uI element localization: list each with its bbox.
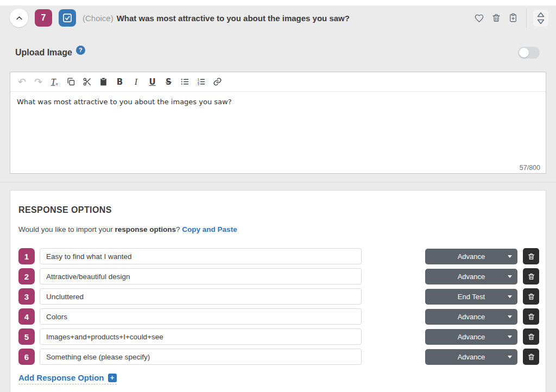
option-number-badge: 1 [18,248,35,264]
response-option-row: 6 Advance [18,349,539,365]
option-text-input[interactable] [40,349,362,365]
cut-button[interactable] [80,74,94,89]
option-text-input[interactable] [40,328,362,345]
option-logic-dropdown[interactable]: Advance [425,269,517,284]
question-type-label: (Choice) [83,14,113,23]
upload-image-row: Upload Image ? [0,42,556,63]
delete-option-button[interactable] [523,268,539,284]
chevron-down-icon [508,295,512,298]
option-logic-value: Advance [458,313,485,321]
strikethrough-button[interactable]: S [161,74,176,89]
clear-formatting-icon: Tₓ [51,77,58,87]
paste-button[interactable] [96,74,111,89]
undo-button[interactable]: ↶ [15,74,29,89]
import-prompt-text: Would you like to import your [18,225,115,233]
redo-button[interactable]: ↷ [31,74,46,89]
svg-text:3: 3 [197,83,199,86]
clipboard-plus-icon [508,13,518,23]
response-option-row: 5 Advance [18,328,539,345]
option-number-badge: 5 [18,328,35,345]
question-number-badge: 7 [35,9,52,27]
strikethrough-icon: S [166,77,172,87]
option-logic-dropdown[interactable]: Advance [425,349,517,365]
trash-icon [527,252,535,261]
bold-button[interactable]: B [112,74,127,89]
add-response-option-link[interactable]: Add Response Option + [18,373,117,384]
numbered-list-button[interactable]: 123 [194,74,208,89]
chevron-up-icon [15,14,23,22]
underline-button[interactable]: U [145,74,160,89]
upload-image-toggle[interactable] [518,47,540,59]
response-options-list: 1 Advance 2 Advance [18,248,539,365]
option-logic-dropdown[interactable]: Advance [425,329,517,345]
option-actions: Advance [425,328,539,345]
underline-icon: U [149,77,155,87]
option-logic-dropdown[interactable]: Advance [425,249,517,264]
import-prompt-bold: response options [115,225,176,233]
response-options-title: RESPONSE OPTIONS [18,205,539,215]
link-button[interactable] [210,74,225,89]
question-actions [472,8,548,28]
question-title: What was most attractive to you about th… [117,14,350,23]
trash-icon [527,273,535,281]
undo-icon: ↶ [18,76,26,87]
question-text-input[interactable]: What was most attractive to you about th… [17,97,539,107]
copy-and-paste-link[interactable]: Copy and Paste [182,225,237,233]
add-response-option-label: Add Response Option [18,373,104,382]
reorder-question-control [533,10,548,27]
italic-button[interactable]: I [129,74,143,89]
option-logic-dropdown[interactable]: End Test [425,289,517,305]
duplicate-question-button[interactable] [507,11,520,24]
trash-icon [527,293,535,301]
editor-toolbar: ↶↷TₓBIUS123 [10,72,546,92]
move-question-up-button[interactable] [537,12,545,17]
character-count: 57/800 [520,164,540,172]
option-number-badge: 4 [18,308,35,325]
checkbox-icon [62,12,73,23]
option-number-badge: 6 [18,349,35,365]
option-logic-value: Advance [458,273,485,281]
option-logic-value: Advance [458,333,485,341]
add-response-option-row: Add Response Option + [18,373,539,384]
option-text-input[interactable] [40,248,362,264]
option-text-input[interactable] [40,308,362,325]
trash-icon [527,333,535,341]
option-text-input[interactable] [40,268,362,284]
numbered-list-icon: 123 [197,77,206,86]
copy-button[interactable] [64,74,78,89]
editor-body: What was most attractive to you about th… [10,92,546,173]
trash-icon [527,313,535,321]
option-actions: End Test [425,288,539,305]
delete-option-button[interactable] [523,349,539,365]
trash-icon [491,13,501,23]
upload-image-label: Upload Image [15,48,72,58]
trash-icon [527,353,535,361]
paste-icon [99,77,108,86]
option-actions: Advance [425,349,539,365]
chevron-down-icon [508,336,512,338]
delete-question-button[interactable] [490,11,503,24]
option-logic-value: Advance [458,353,485,361]
option-logic-dropdown[interactable]: Advance [425,309,517,325]
plus-icon: + [108,374,117,382]
option-text-input[interactable] [40,288,362,305]
help-icon[interactable]: ? [76,46,85,55]
bold-icon: B [117,77,123,87]
chevron-down-icon [508,255,512,258]
redo-icon: ↷ [34,76,42,87]
delete-option-button[interactable] [523,288,539,305]
response-option-row: 2 Advance [18,268,539,284]
collapse-question-button[interactable] [10,9,28,27]
delete-option-button[interactable] [523,248,539,264]
clear-formatting-button[interactable]: Tₓ [47,74,62,89]
bullet-list-button[interactable] [178,74,192,89]
move-question-down-button[interactable] [537,19,545,24]
favorite-question-button[interactable] [472,11,486,25]
toggle-knob [519,48,529,58]
chevron-down-icon [508,275,512,278]
option-actions: Advance [425,268,539,284]
delete-option-button[interactable] [523,308,539,325]
option-number-badge: 2 [18,268,35,284]
section-divider [0,182,556,182]
delete-option-button[interactable] [523,328,539,345]
